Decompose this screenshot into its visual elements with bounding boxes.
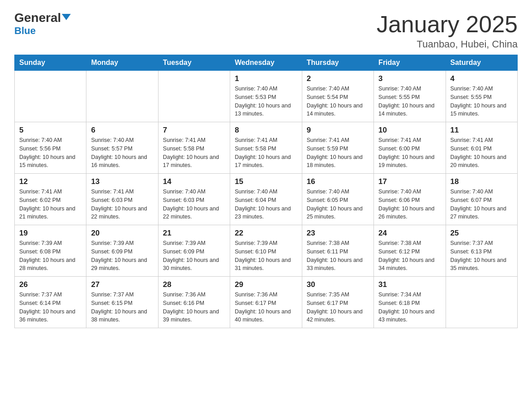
day-number: 18 [450,177,513,186]
day-number: 19 [19,229,82,238]
day-number: 23 [307,229,369,238]
weekday-header-tuesday: Tuesday [158,55,230,71]
day-number: 30 [307,280,369,289]
day-info: Sunrise: 7:40 AMSunset: 5:53 PMDaylight:… [235,85,297,118]
day-info: Sunrise: 7:39 AMSunset: 6:10 PMDaylight:… [235,239,297,273]
day-number: 29 [235,280,297,289]
day-number: 7 [163,126,225,135]
calendar-cell: 14Sunrise: 7:40 AMSunset: 6:03 PMDayligh… [158,174,230,225]
day-number: 20 [91,229,153,238]
weekday-header-wednesday: Wednesday [230,55,302,71]
calendar-cell: 7Sunrise: 7:41 AMSunset: 5:58 PMDaylight… [158,122,230,174]
page-header: General Blue January 2025 Tuanbao, Hubei… [14,11,518,50]
weekday-header-sunday: Sunday [15,55,86,71]
day-info: Sunrise: 7:40 AMSunset: 6:05 PMDaylight:… [307,188,369,221]
day-number: 3 [378,74,441,83]
calendar-cell: 19Sunrise: 7:39 AMSunset: 6:08 PMDayligh… [15,225,86,277]
calendar-cell: 12Sunrise: 7:41 AMSunset: 6:02 PMDayligh… [15,174,86,225]
day-number: 25 [450,229,513,238]
calendar-cell: 8Sunrise: 7:41 AMSunset: 5:58 PMDaylight… [230,122,302,174]
day-info: Sunrise: 7:40 AMSunset: 5:55 PMDaylight:… [378,85,441,118]
day-info: Sunrise: 7:41 AMSunset: 6:03 PMDaylight:… [91,188,153,221]
day-info: Sunrise: 7:40 AMSunset: 5:57 PMDaylight:… [91,136,153,170]
calendar-cell: 4Sunrise: 7:40 AMSunset: 5:55 PMDaylight… [446,71,517,122]
day-number: 14 [163,177,225,186]
calendar-cell: 21Sunrise: 7:39 AMSunset: 6:09 PMDayligh… [158,225,230,277]
calendar-cell [86,71,158,122]
day-info: Sunrise: 7:40 AMSunset: 6:04 PMDaylight:… [235,188,297,221]
weekday-header-saturday: Saturday [446,55,517,71]
day-info: Sunrise: 7:41 AMSunset: 6:00 PMDaylight:… [378,136,441,170]
calendar-cell: 9Sunrise: 7:41 AMSunset: 5:59 PMDaylight… [302,122,373,174]
title-block: January 2025 Tuanbao, Hubei, China [377,11,518,50]
calendar-cell: 2Sunrise: 7:40 AMSunset: 5:54 PMDaylight… [302,71,373,122]
weekday-header-friday: Friday [374,55,446,71]
calendar-cell: 24Sunrise: 7:38 AMSunset: 6:12 PMDayligh… [374,225,446,277]
day-info: Sunrise: 7:40 AMSunset: 5:55 PMDaylight:… [450,85,513,118]
calendar-cell: 31Sunrise: 7:34 AMSunset: 6:18 PMDayligh… [374,277,446,328]
day-info: Sunrise: 7:37 AMSunset: 6:14 PMDaylight:… [19,291,82,324]
calendar-cell: 20Sunrise: 7:39 AMSunset: 6:09 PMDayligh… [86,225,158,277]
calendar-cell: 1Sunrise: 7:40 AMSunset: 5:53 PMDaylight… [230,71,302,122]
calendar-cell: 22Sunrise: 7:39 AMSunset: 6:10 PMDayligh… [230,225,302,277]
day-info: Sunrise: 7:41 AMSunset: 6:02 PMDaylight:… [19,188,82,221]
calendar-week-row: 5Sunrise: 7:40 AMSunset: 5:56 PMDaylight… [15,122,518,174]
day-number: 27 [91,280,153,289]
calendar-cell: 28Sunrise: 7:36 AMSunset: 6:16 PMDayligh… [158,277,230,328]
day-number: 12 [19,177,82,186]
day-number: 10 [378,126,441,135]
day-number: 5 [19,126,82,135]
day-number: 11 [450,126,513,135]
logo-blue: Blue [14,25,36,36]
day-number: 8 [235,126,297,135]
day-info: Sunrise: 7:40 AMSunset: 6:03 PMDaylight:… [163,188,225,221]
location-title: Tuanbao, Hubei, China [377,39,518,50]
logo-triangle-icon [62,14,71,20]
day-info: Sunrise: 7:39 AMSunset: 6:08 PMDaylight:… [19,239,82,273]
day-number: 22 [235,229,297,238]
calendar-cell: 17Sunrise: 7:40 AMSunset: 6:06 PMDayligh… [374,174,446,225]
calendar-cell: 5Sunrise: 7:40 AMSunset: 5:56 PMDaylight… [15,122,86,174]
day-number: 4 [450,74,513,83]
calendar-cell: 23Sunrise: 7:38 AMSunset: 6:11 PMDayligh… [302,225,373,277]
day-number: 26 [19,280,82,289]
calendar-cell: 18Sunrise: 7:40 AMSunset: 6:07 PMDayligh… [446,174,517,225]
weekday-header-thursday: Thursday [302,55,373,71]
day-info: Sunrise: 7:40 AMSunset: 6:06 PMDaylight:… [378,188,441,221]
day-info: Sunrise: 7:39 AMSunset: 6:09 PMDaylight:… [163,239,225,273]
day-info: Sunrise: 7:41 AMSunset: 5:58 PMDaylight:… [163,136,225,170]
calendar-week-row: 19Sunrise: 7:39 AMSunset: 6:08 PMDayligh… [15,225,518,277]
calendar-week-row: 26Sunrise: 7:37 AMSunset: 6:14 PMDayligh… [15,277,518,328]
day-info: Sunrise: 7:41 AMSunset: 5:59 PMDaylight:… [307,136,369,170]
calendar-cell: 29Sunrise: 7:36 AMSunset: 6:17 PMDayligh… [230,277,302,328]
day-number: 28 [163,280,225,289]
day-info: Sunrise: 7:36 AMSunset: 6:17 PMDaylight:… [235,291,297,324]
day-number: 31 [378,280,441,289]
month-title: January 2025 [377,11,518,38]
calendar-cell [15,71,86,122]
day-info: Sunrise: 7:34 AMSunset: 6:18 PMDaylight:… [378,291,441,324]
day-info: Sunrise: 7:37 AMSunset: 6:13 PMDaylight:… [450,239,513,273]
calendar-cell: 16Sunrise: 7:40 AMSunset: 6:05 PMDayligh… [302,174,373,225]
day-info: Sunrise: 7:41 AMSunset: 5:58 PMDaylight:… [235,136,297,170]
logo-general: General [14,11,61,25]
calendar-cell: 6Sunrise: 7:40 AMSunset: 5:57 PMDaylight… [86,122,158,174]
day-number: 2 [307,74,369,83]
weekday-header-monday: Monday [86,55,158,71]
day-info: Sunrise: 7:40 AMSunset: 6:07 PMDaylight:… [450,188,513,221]
day-number: 21 [163,229,225,238]
calendar-cell: 10Sunrise: 7:41 AMSunset: 6:00 PMDayligh… [374,122,446,174]
day-info: Sunrise: 7:41 AMSunset: 6:01 PMDaylight:… [450,136,513,170]
calendar-week-row: 12Sunrise: 7:41 AMSunset: 6:02 PMDayligh… [15,174,518,225]
calendar-cell: 15Sunrise: 7:40 AMSunset: 6:04 PMDayligh… [230,174,302,225]
calendar-table: SundayMondayTuesdayWednesdayThursdayFrid… [14,55,518,328]
day-info: Sunrise: 7:38 AMSunset: 6:12 PMDaylight:… [378,239,441,273]
day-number: 24 [378,229,441,238]
logo: General Blue [14,11,71,37]
day-info: Sunrise: 7:40 AMSunset: 5:54 PMDaylight:… [307,85,369,118]
day-number: 16 [307,177,369,186]
calendar-cell: 30Sunrise: 7:35 AMSunset: 6:17 PMDayligh… [302,277,373,328]
calendar-cell: 3Sunrise: 7:40 AMSunset: 5:55 PMDaylight… [374,71,446,122]
day-info: Sunrise: 7:35 AMSunset: 6:17 PMDaylight:… [307,291,369,324]
calendar-cell: 11Sunrise: 7:41 AMSunset: 6:01 PMDayligh… [446,122,517,174]
